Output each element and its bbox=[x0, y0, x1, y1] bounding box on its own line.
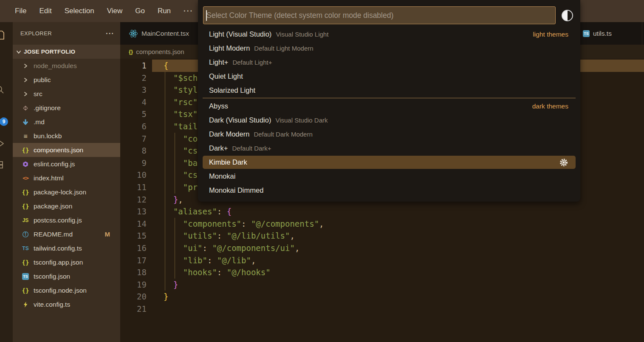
code-token: } bbox=[164, 280, 178, 289]
code-token: "cs bbox=[164, 170, 198, 180]
line-number: 6 bbox=[120, 120, 147, 133]
code-text: "tsx" bbox=[164, 109, 198, 119]
menu-item-selection[interactable]: Selection bbox=[58, 4, 101, 18]
menu-item-[interactable]: ··· bbox=[177, 4, 200, 18]
git-modified-badge: M bbox=[105, 231, 121, 238]
explorer-icon[interactable] bbox=[0, 29, 6, 41]
markdown-icon bbox=[21, 119, 30, 125]
line-number: 15 bbox=[120, 230, 147, 242]
theme-item-solarized-light[interactable]: Solarized Light bbox=[198, 83, 580, 97]
code-text: "lib": "@/lib", bbox=[164, 256, 256, 265]
code-token: "aliases" bbox=[164, 207, 217, 216]
sidebar-more-actions-icon[interactable]: ··· bbox=[106, 29, 114, 38]
code-text: "hooks": "@/hooks" bbox=[164, 268, 271, 277]
file-row[interactable]: {}tsconfig.node.json bbox=[13, 283, 120, 297]
code-token: "styl bbox=[164, 85, 198, 94]
file-row[interactable]: JSpostcss.config.js bbox=[13, 213, 120, 227]
code-token: "@/lib/utils" bbox=[227, 231, 290, 240]
menu-item-go[interactable]: Go bbox=[129, 4, 151, 18]
theme-item-dark-[interactable]: Dark+Default Dark+ bbox=[198, 141, 580, 155]
folder-row[interactable]: node_modules bbox=[13, 59, 120, 73]
extensions-icon[interactable] bbox=[0, 160, 6, 171]
theme-item-red[interactable]: Red bbox=[198, 197, 580, 202]
code-token: : bbox=[241, 219, 251, 228]
theme-name: Dark Modern bbox=[209, 130, 249, 138]
theme-item-light-modern[interactable]: Light ModernDefault Light Modern bbox=[198, 41, 580, 55]
theme-description: Default Dark+ bbox=[232, 145, 271, 152]
search-icon[interactable] bbox=[0, 84, 6, 96]
eslint-icon bbox=[21, 161, 30, 168]
code-token: "$sch bbox=[164, 73, 198, 83]
code-token: "hooks" bbox=[164, 268, 217, 277]
theme-item-kimbie-dark[interactable]: Kimbie Dark bbox=[203, 156, 576, 169]
code-token: , bbox=[290, 231, 294, 240]
theme-description: Default Light Modern bbox=[254, 45, 313, 52]
code-text: "aliases": { bbox=[164, 207, 232, 216]
folder-row[interactable]: public bbox=[13, 73, 120, 87]
file-label: package.json bbox=[34, 202, 72, 210]
file-row[interactable]: TStsconfig.json bbox=[13, 269, 120, 283]
run-debug-icon[interactable] bbox=[0, 138, 6, 149]
file-row[interactable]: {}components.json bbox=[13, 143, 120, 157]
tab-utils[interactable]: TS utils.ts bbox=[574, 22, 642, 45]
file-row[interactable]: README.mdM bbox=[13, 227, 120, 241]
workspace-section-header[interactable]: JOSE PORTFOLIO bbox=[13, 45, 120, 59]
gear-icon[interactable] bbox=[559, 158, 568, 167]
file-label: index.html bbox=[34, 174, 64, 182]
file-row[interactable]: vite.config.ts bbox=[13, 297, 120, 311]
menu-item-file[interactable]: File bbox=[8, 4, 33, 18]
theme-name: Red bbox=[209, 200, 222, 202]
file-row[interactable]: {}package-lock.json bbox=[13, 185, 120, 199]
json-icon: {} bbox=[21, 259, 30, 266]
theme-item-monokai-dimmed[interactable]: Monokai Dimmed bbox=[198, 183, 580, 197]
line-number: 17 bbox=[120, 254, 147, 267]
file-label: bun.lockb bbox=[34, 132, 62, 140]
line-number: 20 bbox=[120, 291, 147, 303]
quick-pick-input-row: Select Color Theme (detect system color … bbox=[198, 0, 580, 27]
code-token: "@/hooks" bbox=[227, 268, 271, 277]
folder-row[interactable]: src bbox=[13, 87, 120, 101]
json-icon: {} bbox=[21, 189, 30, 196]
file-label: README.md bbox=[34, 231, 73, 238]
code-text: "cs bbox=[164, 146, 198, 155]
theme-item-light-[interactable]: Light+Default Light+ bbox=[198, 55, 580, 69]
code-token: "cs bbox=[164, 146, 198, 155]
theme-name: Monokai Dimmed bbox=[209, 186, 263, 194]
theme-item-monokai[interactable]: Monokai bbox=[198, 169, 580, 183]
file-label: public bbox=[34, 76, 51, 84]
theme-name: Solarized Light bbox=[209, 86, 255, 94]
menu-item-view[interactable]: View bbox=[101, 4, 129, 18]
theme-description: Visual Studio Light bbox=[276, 31, 328, 38]
file-row[interactable]: ≡bun.lockb bbox=[13, 129, 120, 143]
file-label: .gitignore bbox=[34, 104, 61, 112]
tab-maincontent[interactable]: MainContent.tsx bbox=[120, 22, 201, 45]
menu-item-edit[interactable]: Edit bbox=[33, 4, 58, 18]
file-row[interactable]: .gitignore bbox=[13, 101, 120, 115]
line-number: 5 bbox=[120, 108, 147, 120]
file-row[interactable]: .md bbox=[13, 115, 120, 129]
color-mode-toggle-icon[interactable] bbox=[562, 10, 573, 21]
vscode-window: FileEditSelectionViewGoRun··· 9 EXPLORER… bbox=[0, 0, 644, 342]
react-icon bbox=[129, 29, 138, 38]
theme-item-quiet-light[interactable]: Quiet Light bbox=[198, 69, 580, 83]
theme-list: Light (Visual Studio)Visual Studio Light… bbox=[198, 27, 580, 202]
theme-item-dark-modern[interactable]: Dark ModernDefault Dark Modern bbox=[198, 127, 580, 141]
code-token: "pr bbox=[164, 182, 198, 192]
file-row[interactable]: {}package.json bbox=[13, 199, 120, 213]
theme-item-abyss[interactable]: Abyssdark themes bbox=[198, 99, 580, 113]
file-row[interactable]: eslint.config.js bbox=[13, 157, 120, 171]
theme-item-light-visual-studio-[interactable]: Light (Visual Studio)Visual Studio Light… bbox=[198, 27, 580, 41]
file-row[interactable]: {}tsconfig.app.json bbox=[13, 255, 120, 269]
file-label: tsconfig.app.json bbox=[34, 259, 83, 266]
file-label: tailwind.config.ts bbox=[34, 245, 82, 252]
chevron-down-icon bbox=[16, 49, 21, 54]
theme-item-dark-visual-studio-[interactable]: Dark (Visual Studio)Visual Studio Dark bbox=[198, 113, 580, 127]
code-token: "tsx" bbox=[164, 109, 198, 119]
menu-item-run[interactable]: Run bbox=[151, 4, 177, 18]
theme-search-input[interactable]: Select Color Theme (detect system color … bbox=[203, 6, 556, 24]
code-text: "rsc" bbox=[164, 97, 198, 107]
code-token: "lib" bbox=[164, 256, 207, 265]
file-row[interactable]: TStailwind.config.ts bbox=[13, 241, 120, 255]
file-row[interactable]: <>index.html bbox=[13, 171, 120, 185]
line-number: 21 bbox=[120, 303, 147, 315]
